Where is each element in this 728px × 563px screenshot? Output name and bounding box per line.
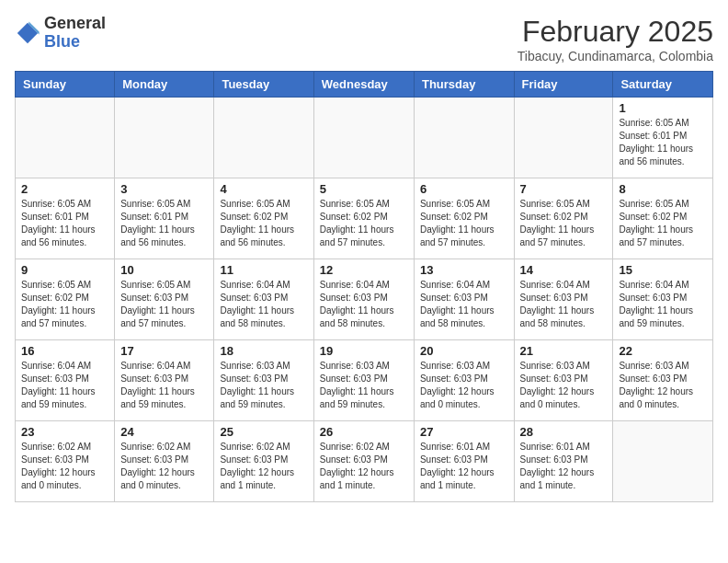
- calendar-cell: [115, 98, 214, 178]
- day-info: Sunrise: 6:05 AM Sunset: 6:02 PM Dayligh…: [21, 279, 108, 330]
- day-info: Sunrise: 6:01 AM Sunset: 6:03 PM Dayligh…: [520, 441, 608, 492]
- day-info: Sunrise: 6:02 AM Sunset: 6:03 PM Dayligh…: [21, 441, 108, 492]
- calendar-cell: 6Sunrise: 6:05 AM Sunset: 6:02 PM Daylig…: [414, 178, 514, 259]
- day-number: 6: [420, 182, 508, 196]
- day-info: Sunrise: 6:02 AM Sunset: 6:03 PM Dayligh…: [320, 441, 408, 492]
- day-number: 8: [619, 182, 707, 196]
- calendar-cell: 17Sunrise: 6:04 AM Sunset: 6:03 PM Dayli…: [115, 340, 214, 421]
- calendar-cell: 18Sunrise: 6:03 AM Sunset: 6:03 PM Dayli…: [214, 340, 313, 421]
- logo-icon: [15, 20, 40, 46]
- day-number: 23: [21, 425, 108, 439]
- day-number: 24: [120, 425, 208, 439]
- logo-general-text: General: [44, 14, 106, 32]
- calendar-cell: [16, 98, 115, 178]
- calendar-week-row-2: 9Sunrise: 6:05 AM Sunset: 6:02 PM Daylig…: [16, 259, 713, 340]
- day-info: Sunrise: 6:05 AM Sunset: 6:02 PM Dayligh…: [520, 198, 608, 249]
- calendar-cell: 1Sunrise: 6:05 AM Sunset: 6:01 PM Daylig…: [613, 98, 713, 178]
- day-number: 1: [619, 101, 707, 115]
- day-info: Sunrise: 6:01 AM Sunset: 6:03 PM Dayligh…: [420, 441, 508, 492]
- day-info: Sunrise: 6:05 AM Sunset: 6:01 PM Dayligh…: [120, 198, 208, 249]
- day-number: 16: [21, 344, 108, 358]
- day-info: Sunrise: 6:03 AM Sunset: 6:03 PM Dayligh…: [520, 360, 608, 411]
- calendar-cell: 28Sunrise: 6:01 AM Sunset: 6:03 PM Dayli…: [514, 421, 613, 502]
- calendar-cell: 23Sunrise: 6:02 AM Sunset: 6:03 PM Dayli…: [16, 421, 115, 502]
- calendar-header-tuesday: Tuesday: [214, 72, 313, 98]
- day-number: 14: [520, 263, 608, 277]
- page-header: General Blue February 2025 Tibacuy, Cund…: [15, 15, 713, 63]
- day-number: 3: [120, 182, 208, 196]
- location-title: Tibacuy, Cundinamarca, Colombia: [518, 49, 713, 63]
- svg-marker-0: [17, 23, 38, 43]
- calendar-cell: 19Sunrise: 6:03 AM Sunset: 6:03 PM Dayli…: [313, 340, 414, 421]
- day-info: Sunrise: 6:04 AM Sunset: 6:03 PM Dayligh…: [520, 279, 608, 330]
- day-number: 20: [420, 344, 508, 358]
- calendar-header-saturday: Saturday: [613, 72, 713, 98]
- calendar-cell: 21Sunrise: 6:03 AM Sunset: 6:03 PM Dayli…: [514, 340, 613, 421]
- day-info: Sunrise: 6:03 AM Sunset: 6:03 PM Dayligh…: [619, 360, 707, 411]
- day-info: Sunrise: 6:05 AM Sunset: 6:03 PM Dayligh…: [120, 279, 208, 330]
- day-info: Sunrise: 6:03 AM Sunset: 6:03 PM Dayligh…: [420, 360, 508, 411]
- calendar-header-wednesday: Wednesday: [313, 72, 414, 98]
- day-info: Sunrise: 6:04 AM Sunset: 6:03 PM Dayligh…: [21, 360, 108, 411]
- calendar-header-friday: Friday: [514, 72, 613, 98]
- day-number: 28: [520, 425, 608, 439]
- day-info: Sunrise: 6:05 AM Sunset: 6:01 PM Dayligh…: [21, 198, 108, 249]
- calendar-cell: 15Sunrise: 6:04 AM Sunset: 6:03 PM Dayli…: [613, 259, 713, 340]
- day-info: Sunrise: 6:04 AM Sunset: 6:03 PM Dayligh…: [420, 279, 508, 330]
- day-info: Sunrise: 6:05 AM Sunset: 6:02 PM Dayligh…: [320, 198, 408, 249]
- calendar-cell: [414, 98, 514, 178]
- calendar-week-row-4: 23Sunrise: 6:02 AM Sunset: 6:03 PM Dayli…: [16, 421, 713, 502]
- calendar-header-monday: Monday: [115, 72, 214, 98]
- day-number: 12: [320, 263, 408, 277]
- logo: General Blue: [15, 15, 106, 52]
- calendar-cell: 12Sunrise: 6:04 AM Sunset: 6:03 PM Dayli…: [313, 259, 414, 340]
- calendar-cell: 9Sunrise: 6:05 AM Sunset: 6:02 PM Daylig…: [16, 259, 115, 340]
- calendar-cell: [613, 421, 713, 502]
- calendar-table: SundayMondayTuesdayWednesdayThursdayFrid…: [15, 71, 713, 502]
- calendar-cell: 5Sunrise: 6:05 AM Sunset: 6:02 PM Daylig…: [313, 178, 414, 259]
- day-info: Sunrise: 6:03 AM Sunset: 6:03 PM Dayligh…: [220, 360, 307, 411]
- calendar-cell: [514, 98, 613, 178]
- calendar-week-row-0: 1Sunrise: 6:05 AM Sunset: 6:01 PM Daylig…: [16, 98, 713, 178]
- calendar-cell: 27Sunrise: 6:01 AM Sunset: 6:03 PM Dayli…: [414, 421, 514, 502]
- day-number: 7: [520, 182, 608, 196]
- calendar-cell: [214, 98, 313, 178]
- day-number: 18: [220, 344, 307, 358]
- day-number: 15: [619, 263, 707, 277]
- day-info: Sunrise: 6:04 AM Sunset: 6:03 PM Dayligh…: [619, 279, 707, 330]
- day-number: 17: [120, 344, 208, 358]
- day-info: Sunrise: 6:02 AM Sunset: 6:03 PM Dayligh…: [220, 441, 307, 492]
- day-number: 22: [619, 344, 707, 358]
- calendar-cell: 3Sunrise: 6:05 AM Sunset: 6:01 PM Daylig…: [115, 178, 214, 259]
- day-number: 21: [520, 344, 608, 358]
- day-number: 19: [320, 344, 408, 358]
- day-info: Sunrise: 6:04 AM Sunset: 6:03 PM Dayligh…: [120, 360, 208, 411]
- month-title: February 2025: [518, 15, 713, 49]
- calendar-cell: 7Sunrise: 6:05 AM Sunset: 6:02 PM Daylig…: [514, 178, 613, 259]
- calendar-cell: 26Sunrise: 6:02 AM Sunset: 6:03 PM Dayli…: [313, 421, 414, 502]
- day-info: Sunrise: 6:02 AM Sunset: 6:03 PM Dayligh…: [120, 441, 208, 492]
- calendar-week-row-3: 16Sunrise: 6:04 AM Sunset: 6:03 PM Dayli…: [16, 340, 713, 421]
- day-number: 2: [21, 182, 108, 196]
- day-info: Sunrise: 6:05 AM Sunset: 6:02 PM Dayligh…: [220, 198, 307, 249]
- calendar-cell: 20Sunrise: 6:03 AM Sunset: 6:03 PM Dayli…: [414, 340, 514, 421]
- calendar-cell: 13Sunrise: 6:04 AM Sunset: 6:03 PM Dayli…: [414, 259, 514, 340]
- day-number: 11: [220, 263, 307, 277]
- calendar-cell: 10Sunrise: 6:05 AM Sunset: 6:03 PM Dayli…: [115, 259, 214, 340]
- day-info: Sunrise: 6:05 AM Sunset: 6:02 PM Dayligh…: [420, 198, 508, 249]
- calendar-header-sunday: Sunday: [16, 72, 115, 98]
- calendar-cell: [313, 98, 414, 178]
- calendar-cell: 16Sunrise: 6:04 AM Sunset: 6:03 PM Dayli…: [16, 340, 115, 421]
- day-number: 25: [220, 425, 307, 439]
- calendar-header-row: SundayMondayTuesdayWednesdayThursdayFrid…: [16, 72, 713, 98]
- day-info: Sunrise: 6:05 AM Sunset: 6:02 PM Dayligh…: [619, 198, 707, 249]
- calendar-header-thursday: Thursday: [414, 72, 514, 98]
- calendar-cell: 11Sunrise: 6:04 AM Sunset: 6:03 PM Dayli…: [214, 259, 313, 340]
- calendar-cell: 24Sunrise: 6:02 AM Sunset: 6:03 PM Dayli…: [115, 421, 214, 502]
- calendar-cell: 4Sunrise: 6:05 AM Sunset: 6:02 PM Daylig…: [214, 178, 313, 259]
- calendar-cell: 22Sunrise: 6:03 AM Sunset: 6:03 PM Dayli…: [613, 340, 713, 421]
- day-number: 26: [320, 425, 408, 439]
- logo-blue-text: Blue: [44, 32, 80, 51]
- calendar-cell: 25Sunrise: 6:02 AM Sunset: 6:03 PM Dayli…: [214, 421, 313, 502]
- day-number: 13: [420, 263, 508, 277]
